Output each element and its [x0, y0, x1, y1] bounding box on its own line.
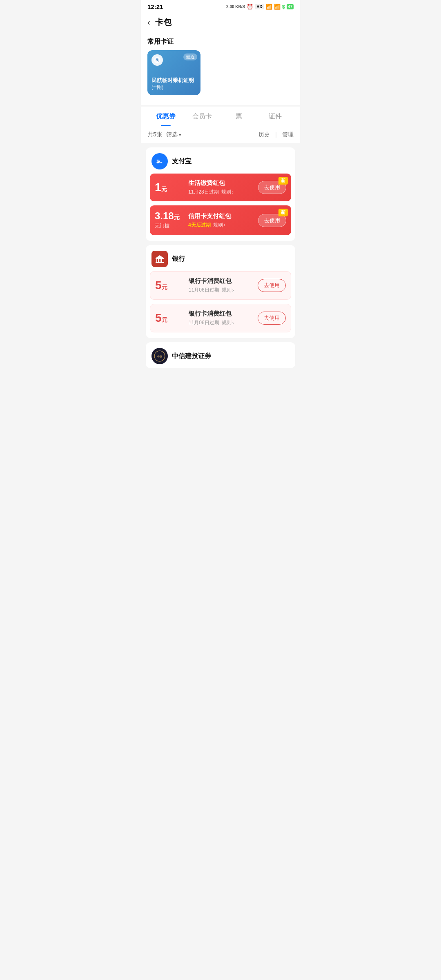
manage-link[interactable]: 管理 — [282, 131, 294, 138]
chevron-down-icon: ▾ — [179, 132, 181, 138]
rule-link-4[interactable]: 规则 › — [222, 319, 234, 326]
card-badge: 最近 — [183, 53, 197, 60]
coupon-group-citic: 中信 中信建投证券 — [146, 342, 295, 368]
dollar-icon: $ — [282, 4, 285, 10]
coupon-amount-2: 3.18元 无门槛 — [155, 211, 183, 229]
svg-rect-5 — [160, 259, 160, 262]
coupon-name-1: 生活缴费红包 — [188, 179, 253, 187]
coupon-expire-1: 11月28日过期 规则 › — [188, 189, 253, 196]
chevron-right-icon-2: › — [224, 222, 225, 228]
tab-membership[interactable]: 会员卡 — [184, 107, 221, 126]
status-time: 12:21 — [147, 3, 163, 10]
filter-right: 历史 ｜ 管理 — [258, 131, 294, 138]
chevron-right-icon-3: › — [232, 287, 234, 293]
card-name: 民航临时乘机证明 — [151, 77, 196, 84]
bank-coupon-name-2: 银行卡消费红包 — [189, 310, 253, 318]
bank-coupon-amount-2: 5元 — [155, 312, 184, 324]
history-link[interactable]: 历史 — [258, 131, 270, 138]
svg-text:民: 民 — [156, 58, 159, 62]
chevron-right-icon-4: › — [232, 320, 234, 326]
alipay-icon — [151, 153, 168, 169]
coupon-group-bank: 银行 5元 银行卡消费红包 11月06日过期 规则 › 去使用 — [146, 245, 295, 338]
group-name-bank: 银行 — [172, 255, 185, 263]
coupon-expire-2: 4天后过期 规则 › — [188, 222, 253, 229]
svg-rect-7 — [156, 262, 164, 263]
svg-rect-2 — [156, 258, 164, 259]
coupon-info-1: 生活缴费红包 11月28日过期 规则 › — [188, 179, 253, 196]
battery-indicator: 47 — [287, 4, 294, 9]
use-button-4[interactable]: 去使用 — [258, 312, 286, 325]
bank-coupon-info-1: 银行卡消费红包 11月06日过期 规则 › — [189, 277, 253, 294]
filter-bar: 共5张 筛选 ▾ 历史 ｜ 管理 — [141, 126, 300, 143]
coupon-alipay-2[interactable]: 新 3.18元 无门槛 信用卡支付红包 4天后过期 规则 › 去使用 — [150, 205, 291, 235]
tab-coupon[interactable]: 优惠券 — [147, 107, 184, 126]
bank-icon — [151, 251, 168, 267]
common-cards-section: 常用卡证 最近 民 民航临时乘机证明 (**刚) — [141, 34, 300, 105]
chevron-right-icon: › — [232, 189, 234, 195]
hd-badge: HD — [255, 4, 264, 9]
card-sub: (**刚) — [151, 84, 196, 91]
svg-rect-6 — [161, 259, 162, 262]
use-button-3[interactable]: 去使用 — [258, 279, 286, 292]
rule-link-1[interactable]: 规则 › — [221, 189, 234, 196]
page-title: 卡包 — [155, 17, 172, 28]
status-icons: 2.00 KB/S ⏰ HD 📶 📶 $ 47 — [226, 4, 294, 10]
bank-coupon-amount-1: 5元 — [155, 280, 184, 291]
coupon-info-2: 信用卡支付红包 4天后过期 规则 › — [188, 212, 253, 229]
coupon-count: 共5张 — [147, 131, 162, 138]
wifi-icon: 📶 — [266, 4, 272, 10]
alarm-icon: ⏰ — [247, 4, 253, 10]
rule-link-3[interactable]: 规则 › — [222, 287, 234, 294]
signal-icon: 📶 — [274, 4, 281, 10]
tab-ticket[interactable]: 票 — [220, 107, 257, 126]
group-name-citic: 中信建投证券 — [172, 352, 211, 361]
coupon-amount-1: 1元 — [155, 182, 183, 193]
svg-text:中信: 中信 — [157, 355, 163, 358]
group-name-alipay: 支付宝 — [172, 157, 192, 166]
filter-button[interactable]: 筛选 ▾ — [166, 131, 181, 138]
tab-id[interactable]: 证件 — [257, 107, 294, 126]
divider: ｜ — [273, 131, 279, 138]
filter-left: 共5张 筛选 ▾ — [147, 131, 181, 138]
citic-icon: 中信 — [151, 348, 168, 364]
tab-bar: 优惠券 会员卡 票 证件 — [141, 107, 300, 126]
coupon-name-2: 信用卡支付红包 — [188, 212, 253, 220]
svg-rect-3 — [156, 259, 157, 262]
coupon-alipay-1[interactable]: 新 1元 生活缴费红包 11月28日过期 规则 › 去使用 — [150, 174, 291, 201]
coupon-bank-1[interactable]: 5元 银行卡消费红包 11月06日过期 规则 › 去使用 — [150, 271, 291, 300]
new-badge-1: 新 — [278, 177, 288, 185]
group-header-bank: 银行 — [146, 245, 295, 271]
back-button[interactable]: ‹ — [147, 18, 150, 27]
bank-coupon-expire-1: 11月06日过期 规则 › — [189, 287, 253, 294]
group-header-alipay: 支付宝 — [146, 147, 295, 174]
new-badge-2: 新 — [278, 209, 288, 216]
card-logo-icon: 民 — [151, 54, 163, 66]
rule-link-2[interactable]: 规则 › — [213, 222, 225, 229]
bank-coupon-name-1: 银行卡消费红包 — [189, 277, 253, 285]
bank-coupon-info-2: 银行卡消费红包 11月06日过期 规则 › — [189, 310, 253, 326]
svg-rect-4 — [158, 259, 159, 262]
bank-coupon-expire-2: 11月06日过期 规则 › — [189, 319, 253, 326]
coupon-bank-2[interactable]: 5元 银行卡消费红包 11月06日过期 规则 › 去使用 — [150, 304, 291, 332]
speed-text: 2.00 KB/S — [226, 4, 245, 9]
coupon-group-alipay: 支付宝 新 1元 生活缴费红包 11月28日过期 规则 › 去使用 新 — [146, 147, 295, 241]
header: ‹ 卡包 — [141, 12, 300, 34]
section-label-common: 常用卡证 — [141, 34, 300, 50]
flight-card[interactable]: 最近 民 民航临时乘机证明 (**刚) — [147, 50, 200, 95]
status-bar: 12:21 2.00 KB/S ⏰ HD 📶 📶 $ 47 — [141, 0, 300, 12]
